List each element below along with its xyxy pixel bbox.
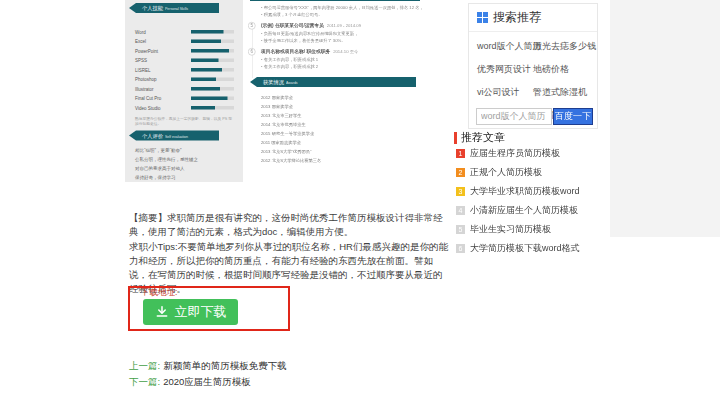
skill-row: LISREL: [125, 65, 243, 75]
resume-preview-image: 个人技能Personal Skills Word Excel PowerPoin…: [125, 0, 455, 206]
download-button[interactable]: 立即下载: [143, 299, 238, 325]
article-summary: 【摘要】求职简历是很有讲究的，这份时尚优秀工作简历模板设计得非常经典，使用了简洁…: [129, 211, 450, 297]
next-label: 下一篇:: [129, 376, 160, 387]
recommend-link[interactable]: 地磅价格: [533, 63, 596, 76]
article-link[interactable]: 正规个人简历模板: [470, 166, 542, 179]
award-line: 2013 北京市三好学生: [261, 111, 455, 120]
skill-name: Photoshop: [135, 77, 191, 82]
resume-awards-header-en: Awards: [286, 81, 298, 85]
award-line: 2013 国家奖学金: [261, 102, 455, 111]
skill-name: Excel: [135, 39, 191, 44]
timeline-title-text: (示例) 任职某某公司/运营专员: [261, 22, 324, 28]
article-link[interactable]: 应届生程序员简历模板: [470, 147, 560, 160]
resume-bullet: • 有关工作内容，职责或成就 2: [261, 63, 455, 70]
timeline-item: 5 (示例) 任职某某公司/运营专员2011.09 - 2014.09 • 负责…: [261, 22, 455, 44]
skill-row: Photoshop: [125, 75, 243, 85]
recommended-article-item[interactable]: 2正规个人简历模板: [456, 163, 611, 182]
rank-badge: 1: [456, 149, 465, 158]
timeline-number-badge: 5: [248, 22, 256, 30]
award-line: 2012 北京S大学辩论比赛第三名: [261, 156, 455, 165]
resume-bullet: • 有关工作内容，职责或成就 1: [261, 56, 455, 63]
recommend-link[interactable]: 激光去痣多少钱: [533, 40, 596, 53]
page-background-strip: [610, 0, 720, 237]
timeline-date: 2014.10 至今: [333, 49, 358, 54]
recommend-link[interactable]: 优秀网页设计: [477, 63, 533, 76]
rank-badge: 3: [456, 187, 465, 196]
skill-bar-track: [191, 40, 234, 44]
resume-skills-header-en: Personal Skills: [165, 7, 188, 11]
award-line: 2012 国家奖学金: [261, 93, 455, 102]
search-recommend-header: 搜索推荐: [469, 4, 597, 32]
resume-bullet: • 积累成绩，3 个月走红公司号。: [261, 11, 455, 18]
article-link[interactable]: 毕业生实习简历模板: [470, 223, 551, 236]
skill-name: LISREL: [135, 67, 191, 72]
download-address-label: 下载地址:: [141, 287, 177, 299]
timeline-number-badge: 6: [248, 48, 256, 56]
skill-name: Final Cut Pro: [135, 96, 191, 101]
award-line: 2015 研究生一等学业奖学金: [261, 129, 455, 138]
resume-bullet: • 帮公司运营微信号“XXX”，两年内涨粉 20000 余人，日均推送一次原创，…: [261, 4, 455, 11]
resume-preview-inner: 个人技能Personal Skills Word Excel PowerPoin…: [125, 0, 455, 206]
prev-article-row: 上一篇:新颖简单的简历模板免费下载: [129, 358, 287, 374]
recommended-article-item[interactable]: 1应届生程序员简历模板: [456, 144, 611, 163]
skill-name: PowerPoint: [135, 48, 191, 53]
article-link[interactable]: 大学简历模板下载word格式: [470, 242, 580, 255]
skill-bar-track: [191, 87, 234, 91]
timeline-title: 项目名称或项目名称/ 职位或职务2014.10 至今: [261, 48, 455, 55]
recommend-link[interactable]: 管道式除湿机: [533, 86, 596, 99]
resume-eval-lines: 相比“聪明”，更爱“勤奋” 公私分明，理性先行，感性辅之 对自己的要求高于对他人…: [135, 146, 234, 182]
recommended-article-item[interactable]: 5毕业生实习简历模板: [456, 220, 611, 239]
skill-row: Word: [125, 27, 243, 37]
article-link[interactable]: 小清新应届生个人简历模板: [470, 204, 578, 217]
baidu-search-input[interactable]: [476, 108, 552, 125]
eval-line: 对自己的要求高于对他人: [135, 164, 234, 173]
skill-name: Illustrator: [135, 86, 191, 91]
resume-bullet: • 接手全局工作以来，将任务量提升了 30%。: [261, 37, 455, 44]
resume-section-edge: [250, 0, 420, 1]
skill-bar-track: [191, 97, 234, 101]
resume-eval-header-zh: 个人评价: [142, 133, 163, 139]
baidu-search-bar: 百度一下: [476, 108, 593, 125]
timeline-bullets: • 有关工作内容，职责或成就 1 • 有关工作内容，职责或成就 2: [261, 56, 455, 70]
search-recommend-title: 搜索推荐: [493, 9, 541, 26]
rank-badge: 2: [456, 168, 465, 177]
recommended-articles-list: 1应届生程序员简历模板 2正规个人简历模板 3大学毕业求职简历模板word 4小…: [456, 144, 611, 258]
resume-awards-header-zh: 获奖情况: [263, 79, 284, 85]
skill-bar-fill: [191, 106, 215, 110]
skill-bar-fill: [191, 40, 221, 44]
section-marker-bar: [454, 132, 457, 144]
timeline-date: 2011.09 - 2014.09: [327, 23, 361, 28]
download-icon: [155, 305, 169, 319]
resume-sidebar: 个人技能Personal Skills Word Excel PowerPoin…: [125, 0, 243, 182]
rank-badge: 4: [456, 206, 465, 215]
next-article-link[interactable]: 2020应届生简历模板: [163, 376, 251, 387]
baidu-search-button[interactable]: 百度一下: [553, 108, 593, 125]
prev-article-link[interactable]: 新颖简单的简历模板免费下载: [163, 360, 287, 371]
resume-awards-header: 获奖情况Awards: [257, 77, 416, 87]
skill-bar-track: [191, 68, 234, 72]
search-recommend-card: 搜索推荐 word版个人简历 激光去痣多少钱 优秀网页设计 地磅价格 vi公司设…: [468, 3, 598, 129]
skill-row: PowerPoint: [125, 46, 243, 56]
skill-name: Video Studio: [135, 105, 191, 110]
skill-bar-fill: [191, 30, 224, 34]
skill-bar-track: [191, 106, 234, 110]
prev-next-links: 上一篇:新颖简单的简历模板免费下载 下一篇:2020应届生简历模板: [129, 358, 287, 389]
recommended-article-item[interactable]: 4小清新应届生个人简历模板: [456, 201, 611, 220]
timeline-bullets: • 负责每日更新/推送内容和宣传品编辑和文案更新， • 接手全局工作以来，将任务…: [261, 30, 455, 44]
skill-row: Final Cut Pro: [125, 94, 243, 104]
recommend-link[interactable]: word版个人简历: [477, 40, 533, 53]
skill-bar-fill: [191, 68, 222, 72]
eval-line: 相比“聪明”，更爱“勤奋”: [135, 146, 234, 155]
skill-bar-fill: [191, 97, 228, 101]
recommended-article-item[interactable]: 3大学毕业求职简历模板word: [456, 182, 611, 201]
recommended-article-item[interactable]: 6大学简历模板下载word格式: [456, 239, 611, 258]
recommend-link[interactable]: vi公司设计: [477, 86, 533, 99]
skill-name: SPSS: [135, 58, 191, 63]
resume-eval-header-en: Self evaluation: [165, 135, 188, 139]
resume-top-bullets: • 帮公司运营微信号“XXX”，两年内涨粉 20000 余人，日均推送一次原创，…: [261, 4, 455, 18]
rank-badge: 5: [456, 225, 465, 234]
skill-row: Illustrator: [125, 84, 243, 94]
skill-name: Word: [135, 29, 191, 34]
skill-bar-fill: [191, 49, 229, 53]
article-link[interactable]: 大学毕业求职简历模板word: [470, 185, 580, 198]
